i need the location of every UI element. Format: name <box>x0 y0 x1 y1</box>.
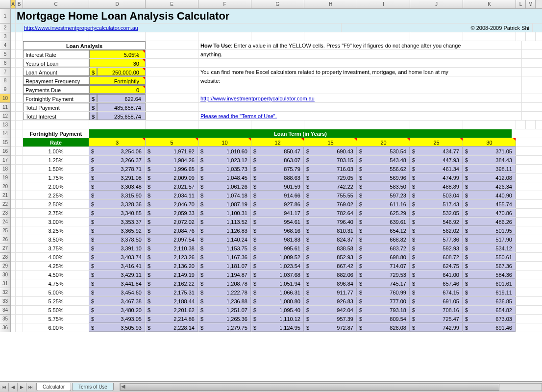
howto-line: website: <box>198 76 522 85</box>
row-27[interactable]: 27 <box>0 244 11 253</box>
payment-cell: 968.16 <box>258 226 304 235</box>
col-h[interactable]: H <box>304 0 357 8</box>
row-6[interactable]: 6 <box>0 59 11 68</box>
rate-header: Rate <box>23 138 89 147</box>
payment-cell: 995.61 <box>258 244 304 252</box>
payment-cell: 577.36 <box>417 235 463 244</box>
row-32[interactable]: 32 <box>0 288 11 297</box>
payment-cell: 777.00 <box>364 297 410 305</box>
payment-cell: 2,059.33 <box>152 209 198 217</box>
analysis-value[interactable]: 250,000.00 <box>97 68 146 76</box>
row-19[interactable]: 19 <box>0 173 11 182</box>
tab-calculator[interactable]: Calculator <box>36 383 71 391</box>
year-header: 12 <box>251 138 304 147</box>
year-header: 10 <box>198 138 251 147</box>
payment-cell: 562.02 <box>417 226 463 235</box>
rate-cell: 1.25% <box>23 156 89 164</box>
col-l[interactable]: L <box>516 0 526 8</box>
tab-terms[interactable]: Terms of Use <box>72 383 114 391</box>
payment-cell: 714.07 <box>364 262 410 270</box>
row-28[interactable]: 28 <box>0 253 11 262</box>
row-10[interactable]: 10 <box>0 94 11 103</box>
payment-cell: 624.75 <box>417 262 463 270</box>
row-20[interactable]: 20 <box>0 182 11 191</box>
row-3[interactable]: 3 <box>0 32 11 41</box>
horizontal-scrollbar[interactable]: ◀ <box>120 383 542 391</box>
row-5[interactable]: 5 <box>0 50 11 59</box>
payment-cell: 809.54 <box>364 315 410 323</box>
col-f[interactable]: F <box>198 0 251 8</box>
row-4[interactable]: 4 <box>0 41 11 50</box>
row-14[interactable]: 14 <box>0 129 11 138</box>
row-26[interactable]: 26 <box>0 235 11 244</box>
col-g[interactable]: G <box>251 0 304 8</box>
rate-cell: 4.50% <box>23 270 89 279</box>
col-i[interactable]: I <box>357 0 410 8</box>
tab-nav-prev[interactable]: ◀ <box>9 383 18 392</box>
row-8[interactable]: 8 <box>0 76 11 85</box>
row-36[interactable]: 36 <box>0 323 11 332</box>
payment-cell: 2,034.11 <box>152 191 198 199</box>
howto-link[interactable]: http://www.investmentpropertycalculator.… <box>198 94 522 102</box>
payment-cell: 882.06 <box>311 270 357 279</box>
col-k[interactable]: K <box>463 0 516 8</box>
row-17[interactable]: 17 <box>0 156 11 165</box>
payment-cell: 3,378.50 <box>96 235 145 244</box>
row-24[interactable]: 24 <box>0 218 11 226</box>
payment-cell: 941.17 <box>258 209 304 217</box>
terms-link[interactable]: Please read the "Terms of Use". <box>198 112 522 120</box>
row-12[interactable]: 12 <box>0 112 11 121</box>
spreadsheet-grid[interactable]: Mortgage Home Loan Analysis Calculatorht… <box>11 9 542 381</box>
row-11[interactable]: 11 <box>0 103 11 112</box>
row-22[interactable]: 22 <box>0 200 11 209</box>
col-c[interactable]: C <box>23 0 89 8</box>
payment-cell: 703.15 <box>311 156 357 164</box>
analysis-value[interactable]: Fortnightly <box>89 76 146 85</box>
analysis-value[interactable]: 5.05% <box>89 50 146 58</box>
payment-cell: 412.08 <box>470 173 516 182</box>
row-21[interactable]: 21 <box>0 191 11 200</box>
row-29[interactable]: 29 <box>0 262 11 270</box>
row-16[interactable]: 16 <box>0 147 11 156</box>
col-b[interactable]: B <box>16 0 23 8</box>
row-35[interactable]: 35 <box>0 315 11 323</box>
header-link[interactable]: http://www.investmentpropertycalculator.… <box>23 24 342 32</box>
howto-line: You can find more free Excel calculators… <box>198 68 522 76</box>
row-2[interactable]: 2 <box>0 24 11 32</box>
row-1[interactable]: 1 <box>0 9 11 24</box>
col-j[interactable]: J <box>410 0 463 8</box>
tab-nav-next[interactable]: ▶ <box>18 383 26 392</box>
row-30[interactable]: 30 <box>0 270 11 279</box>
row-34[interactable]: 34 <box>0 306 11 315</box>
payment-cell: 2,097.54 <box>152 235 198 244</box>
analysis-label: Repayment Frequency <box>23 76 89 85</box>
row-33[interactable]: 33 <box>0 297 11 306</box>
analysis-label: Fortnightly Payment <box>23 94 89 102</box>
col-d[interactable]: D <box>89 0 146 8</box>
payment-cell: 1,153.75 <box>205 244 251 252</box>
payment-cell: 654.82 <box>470 306 516 314</box>
payment-cell: 729.53 <box>364 270 410 279</box>
payment-cell: 911.77 <box>311 288 357 296</box>
row-9[interactable]: 9 <box>0 85 11 94</box>
row-25[interactable]: 25 <box>0 226 11 235</box>
year-header: 20 <box>357 138 410 147</box>
payment-cell: 3,416.41 <box>96 262 145 270</box>
payment-cell: 3,467.38 <box>96 297 145 305</box>
analysis-value[interactable]: 30 <box>89 59 146 67</box>
row-7[interactable]: 7 <box>0 68 11 76</box>
tab-nav-first[interactable]: ⏮ <box>0 383 9 392</box>
payment-cell: 1,051.94 <box>258 279 304 288</box>
payment-cell: 1,110.12 <box>258 315 304 323</box>
year-header: 5 <box>146 138 198 147</box>
row-15[interactable]: 15 <box>0 138 11 147</box>
tab-nav-last[interactable]: ⏭ <box>26 383 35 392</box>
col-e[interactable]: E <box>146 0 198 8</box>
col-m[interactable]: M <box>526 0 536 8</box>
row-31[interactable]: 31 <box>0 279 11 288</box>
analysis-value[interactable]: 0 <box>89 85 146 94</box>
col-a[interactable]: A <box>11 0 16 8</box>
row-23[interactable]: 23 <box>0 209 11 218</box>
row-13[interactable]: 13 <box>0 121 11 129</box>
row-18[interactable]: 18 <box>0 165 11 173</box>
